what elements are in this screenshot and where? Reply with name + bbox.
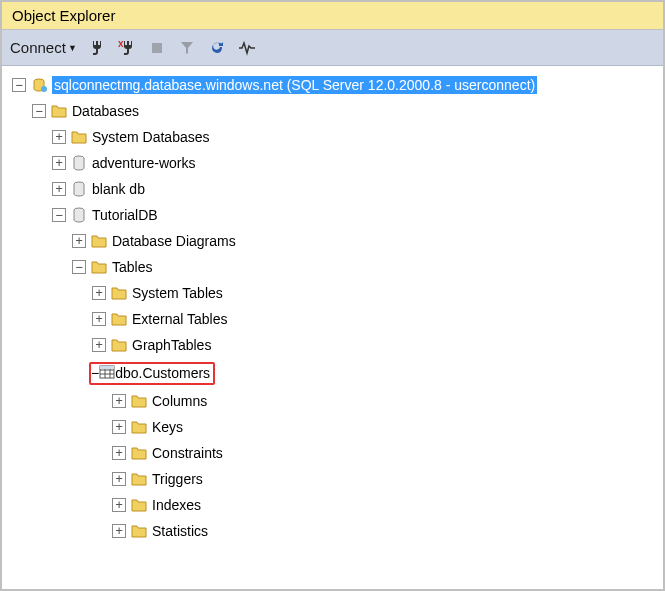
- svg-rect-1: [152, 43, 162, 53]
- expand-icon[interactable]: +: [112, 472, 126, 486]
- tree-node-databases[interactable]: − Databases: [6, 98, 659, 124]
- expand-icon[interactable]: +: [112, 446, 126, 460]
- tutorialdb-label: TutorialDB: [92, 207, 158, 223]
- folder-icon: [110, 285, 128, 301]
- svg-rect-12: [100, 366, 114, 369]
- dbo-customers-label[interactable]: dbo.Customers: [115, 365, 210, 381]
- tree-node-indexes[interactable]: + Indexes: [6, 492, 659, 518]
- folder-icon: [130, 445, 148, 461]
- constraints-label: Constraints: [152, 445, 223, 461]
- tree-node-triggers[interactable]: + Triggers: [6, 466, 659, 492]
- database-icon: [70, 181, 88, 197]
- server-label: sqlconnectmg.database.windows.net (SQL S…: [52, 76, 537, 94]
- external-tables-label: External Tables: [132, 311, 227, 327]
- collapse-icon[interactable]: −: [72, 260, 86, 274]
- connect-button[interactable]: Connect ▼: [10, 39, 77, 56]
- tree-node-database-diagrams[interactable]: + Database Diagrams: [6, 228, 659, 254]
- disconnect-plug-icon[interactable]: x: [117, 38, 137, 58]
- system-tables-label: System Tables: [132, 285, 223, 301]
- columns-label: Columns: [152, 393, 207, 409]
- expand-icon[interactable]: +: [52, 182, 66, 196]
- expand-icon[interactable]: +: [52, 130, 66, 144]
- database-icon: [70, 155, 88, 171]
- triggers-label: Triggers: [152, 471, 203, 487]
- tree-node-constraints[interactable]: + Constraints: [6, 440, 659, 466]
- stop-icon[interactable]: [147, 38, 167, 58]
- folder-icon: [130, 471, 148, 487]
- svg-text:x: x: [118, 40, 124, 49]
- folder-icon: [130, 497, 148, 513]
- expand-icon[interactable]: +: [112, 524, 126, 538]
- tree-node-tutorialdb[interactable]: − TutorialDB: [6, 202, 659, 228]
- table-icon: [99, 365, 115, 382]
- keys-label: Keys: [152, 419, 183, 435]
- folder-icon: [90, 259, 108, 275]
- statistics-label: Statistics: [152, 523, 208, 539]
- adventure-works-label: adventure-works: [92, 155, 196, 171]
- highlighted-node-wrapper: − dbo.Customers: [6, 358, 659, 388]
- database-diagrams-label: Database Diagrams: [112, 233, 236, 249]
- svg-point-3: [41, 86, 47, 92]
- tree-node-server[interactable]: − sqlconnectmg.database.windows.net (SQL…: [6, 72, 659, 98]
- folder-icon: [110, 337, 128, 353]
- toolbar: Connect ▼ x: [2, 30, 663, 66]
- graph-tables-label: GraphTables: [132, 337, 211, 353]
- panel-title: Object Explorer: [2, 2, 663, 30]
- expand-icon[interactable]: +: [92, 286, 106, 300]
- tree-view[interactable]: − sqlconnectmg.database.windows.net (SQL…: [2, 66, 663, 591]
- expand-icon[interactable]: +: [112, 394, 126, 408]
- filter-icon[interactable]: [177, 38, 197, 58]
- collapse-icon[interactable]: −: [32, 104, 46, 118]
- connect-plug-icon[interactable]: [87, 38, 107, 58]
- panel-title-text: Object Explorer: [12, 7, 115, 24]
- indexes-label: Indexes: [152, 497, 201, 513]
- collapse-icon[interactable]: −: [52, 208, 66, 222]
- blank-db-label: blank db: [92, 181, 145, 197]
- chevron-down-icon: ▼: [68, 43, 77, 53]
- tree-node-keys[interactable]: + Keys: [6, 414, 659, 440]
- tree-node-external-tables[interactable]: + External Tables: [6, 306, 659, 332]
- folder-icon: [130, 393, 148, 409]
- refresh-icon[interactable]: [207, 38, 227, 58]
- folder-icon: [70, 129, 88, 145]
- tree-node-system-databases[interactable]: + System Databases: [6, 124, 659, 150]
- system-databases-label: System Databases: [92, 129, 210, 145]
- expand-icon[interactable]: +: [72, 234, 86, 248]
- expand-icon[interactable]: +: [112, 498, 126, 512]
- database-icon: [70, 207, 88, 223]
- tree-node-graph-tables[interactable]: + GraphTables: [6, 332, 659, 358]
- expand-icon[interactable]: +: [92, 312, 106, 326]
- expand-icon[interactable]: +: [112, 420, 126, 434]
- connect-label: Connect: [10, 39, 66, 56]
- tables-label: Tables: [112, 259, 152, 275]
- folder-icon: [130, 523, 148, 539]
- tree-node-blank-db[interactable]: + blank db: [6, 176, 659, 202]
- activity-monitor-icon[interactable]: [237, 38, 257, 58]
- collapse-icon[interactable]: −: [12, 78, 26, 92]
- server-icon: [30, 77, 48, 93]
- folder-icon: [90, 233, 108, 249]
- tree-node-system-tables[interactable]: + System Tables: [6, 280, 659, 306]
- tree-node-adventure-works[interactable]: + adventure-works: [6, 150, 659, 176]
- expand-icon[interactable]: +: [92, 338, 106, 352]
- collapse-icon[interactable]: −: [91, 365, 99, 381]
- tree-node-columns[interactable]: + Columns: [6, 388, 659, 414]
- folder-icon: [50, 103, 68, 119]
- tree-node-tables[interactable]: − Tables: [6, 254, 659, 280]
- tree-node-statistics[interactable]: + Statistics: [6, 518, 659, 544]
- folder-icon: [130, 419, 148, 435]
- databases-label: Databases: [72, 103, 139, 119]
- expand-icon[interactable]: +: [52, 156, 66, 170]
- folder-icon: [110, 311, 128, 327]
